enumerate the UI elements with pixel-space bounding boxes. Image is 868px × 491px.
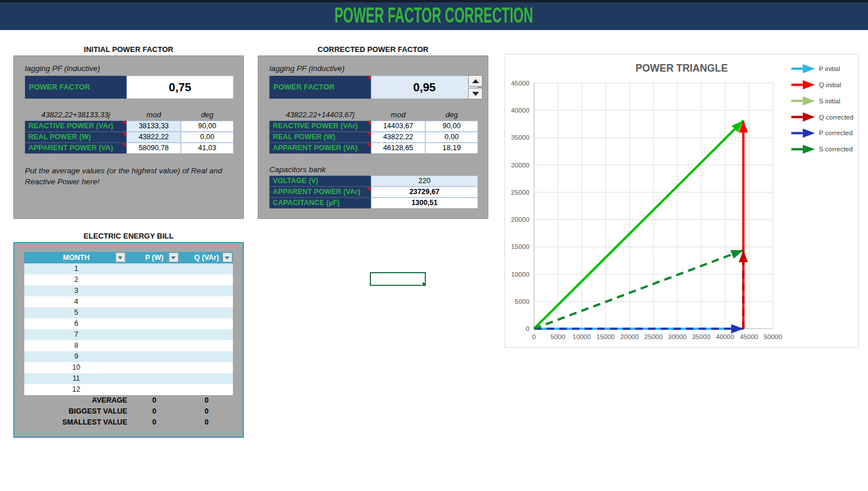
corrected-pf-value-cell[interactable]: 0,95 — [371, 76, 478, 99]
corrected-complex-value: 43822,22+14403,67j — [269, 110, 371, 119]
initial-col-mod: mod — [127, 110, 181, 119]
month-cell: 2 — [24, 274, 128, 285]
pf-spinner — [468, 75, 483, 100]
initial-power-factor-panel: lagging PF (inductive) POWER FACTOR 0,75… — [13, 55, 244, 219]
mod-cell[interactable]: 46128,65 — [371, 143, 425, 154]
svg-text:10000: 10000 — [573, 333, 591, 340]
table-row[interactable]: 8 — [24, 340, 233, 351]
row-label: REACTIVE POWER (VAr) — [25, 121, 127, 132]
svg-text:5000: 5000 — [515, 298, 529, 305]
corrected-col-mod: mod — [371, 110, 425, 119]
table-row[interactable]: 4 — [24, 296, 233, 307]
corrected-power-factor-panel: lagging PF (inductive) POWER FACTOR 0,95… — [258, 55, 488, 219]
table-row[interactable]: 11 — [24, 373, 233, 384]
svg-text:P corrected: P corrected — [819, 129, 852, 136]
table-row[interactable]: 6 — [24, 318, 233, 329]
month-cell: 12 — [24, 384, 128, 395]
page-title: POWER FACTOR CORRECTION — [0, 2, 868, 30]
table-row[interactable]: 2 — [24, 274, 233, 285]
table-row[interactable]: 7 — [24, 329, 233, 340]
month-cell: 11 — [24, 373, 128, 384]
power-factor-correction-sheet: POWER FACTOR CORRECTION INITIAL POWER FA… — [0, 0, 868, 491]
svg-text:35000: 35000 — [692, 333, 710, 340]
deg-cell[interactable]: 18,19 — [425, 143, 478, 154]
summary-row-biggest: BIGGEST VALUE 0 0 — [14, 406, 245, 417]
month-cell: 3 — [24, 285, 128, 296]
svg-text:15000: 15000 — [596, 333, 615, 340]
initial-pf-value-cell[interactable]: 0,75 — [127, 76, 233, 99]
row-label: REAL POWER (W) — [25, 132, 127, 143]
initial-pf-label: POWER FACTOR — [25, 76, 127, 99]
table-row[interactable]: 12 — [24, 384, 233, 395]
capacitance-value-cell[interactable]: 1300,51 — [371, 198, 478, 209]
row-label: REACTIVE POWER (VAr) — [269, 121, 371, 132]
pf-spinner-up-button[interactable] — [468, 75, 483, 87]
initial-subtitle: lagging PF (inductive) — [25, 64, 100, 73]
power-triangle-svg: 0500010000150002000025000300003500040000… — [505, 54, 858, 347]
svg-text:POWER TRIANGLE: POWER TRIANGLE — [636, 62, 728, 74]
table-row[interactable]: 5 — [24, 307, 233, 318]
p-filter-button[interactable] — [169, 252, 179, 262]
month-column-header: MONTH — [24, 252, 128, 263]
power-triangle-chart: 0500010000150002000025000300003500040000… — [505, 54, 859, 348]
svg-text:P initial: P initial — [819, 65, 840, 72]
deg-cell[interactable]: 0,00 — [425, 132, 478, 143]
table-row[interactable]: 10 — [24, 362, 233, 373]
month-cell: 4 — [24, 296, 128, 307]
corrected-col-deg: deg — [425, 110, 478, 119]
month-cell: 8 — [24, 340, 128, 351]
row-label: REAL POWER (W) — [269, 132, 371, 143]
mod-cell[interactable]: 38133,33 — [127, 121, 181, 132]
electric-energy-bill-panel: MONTH P (W) Q (VAr) 1 2 3 4 5 6 7 8 9 10… — [13, 242, 244, 438]
month-cell: 7 — [24, 329, 128, 340]
svg-text:35000: 35000 — [511, 134, 529, 141]
month-cell: 6 — [24, 318, 128, 329]
p-column-header: P (W) — [128, 252, 180, 263]
svg-text:25000: 25000 — [511, 189, 529, 196]
table-row[interactable]: 1 — [24, 263, 233, 274]
month-cell: 10 — [24, 362, 128, 373]
mod-cell[interactable]: 58090,78 — [127, 143, 181, 154]
svg-text:Q initial: Q initial — [819, 81, 841, 88]
svg-text:0: 0 — [532, 333, 536, 340]
mod-cell[interactable]: 43822,22 — [127, 132, 181, 143]
svg-text:5000: 5000 — [551, 333, 565, 340]
svg-text:30000: 30000 — [511, 162, 529, 169]
capacitor-power-value-cell[interactable]: 23729,67 — [371, 187, 478, 198]
initial-col-deg: deg — [181, 110, 233, 119]
mod-cell[interactable]: 14403,67 — [371, 121, 425, 132]
table-row[interactable]: 3 — [24, 285, 233, 296]
deg-cell[interactable]: 0,00 — [181, 132, 233, 143]
row-label: APPARENT POWER (VA) — [25, 143, 127, 154]
deg-cell[interactable]: 41,03 — [181, 143, 233, 154]
corrected-pf-label: POWER FACTOR — [269, 76, 371, 99]
svg-text:10000: 10000 — [511, 271, 529, 278]
svg-text:45000: 45000 — [511, 80, 529, 87]
deg-cell[interactable]: 90,00 — [181, 121, 233, 132]
summary-row-average: AVERAGE 0 0 — [14, 395, 245, 406]
q-filter-button[interactable] — [222, 252, 232, 262]
month-filter-button[interactable] — [116, 252, 125, 262]
deg-cell[interactable]: 90,00 — [425, 121, 478, 132]
bill-panel-title: ELECTRIC ENERGY BILL — [13, 232, 244, 240]
svg-text:Q corrected: Q corrected — [819, 114, 854, 121]
initial-complex-value: 43822,22+38133,33j — [25, 110, 127, 119]
svg-text:20000: 20000 — [620, 333, 639, 340]
selected-cell[interactable] — [370, 272, 426, 286]
svg-text:40000: 40000 — [716, 333, 735, 340]
table-row[interactable]: 9 — [24, 351, 233, 362]
row-label: VOLTAGE (V) — [269, 176, 371, 187]
pf-spinner-down-button[interactable] — [468, 88, 483, 99]
voltage-value-cell[interactable]: 220 — [371, 176, 478, 187]
month-cell: 5 — [24, 307, 128, 318]
row-label: APPARENT POWER (VA) — [269, 143, 371, 154]
svg-text:30000: 30000 — [668, 333, 687, 340]
corrected-subtitle: lagging PF (inductive) — [269, 64, 344, 73]
mod-cell[interactable]: 43822,22 — [371, 132, 425, 143]
summary-row-smallest: SMALLEST VALUE 0 0 — [14, 417, 245, 428]
corrected-panel-title: CORRECTED POWER FACTOR — [258, 45, 488, 54]
title-banner: POWER FACTOR CORRECTION — [0, 0, 868, 30]
month-cell: 1 — [24, 263, 128, 274]
initial-panel-title: INITIAL POWER FACTOR — [13, 45, 244, 54]
svg-text:45000: 45000 — [740, 333, 758, 340]
